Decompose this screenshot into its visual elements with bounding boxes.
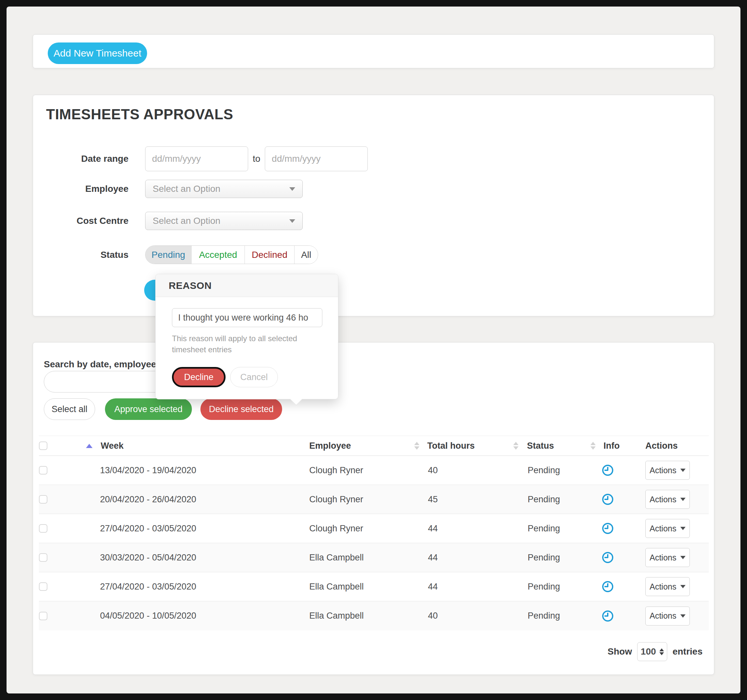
page-background: Add New Timesheet TIMESHEETS APPROVALS D… — [6, 6, 741, 694]
status-option-pending[interactable]: Pending — [145, 246, 191, 264]
chevron-down-icon — [680, 585, 685, 588]
status-option-accepted[interactable]: Accepted — [191, 246, 245, 264]
row-checkbox-cell — [39, 553, 67, 562]
column-header-total-hours[interactable]: Total hours — [395, 441, 495, 451]
row-checkbox[interactable] — [39, 495, 47, 504]
chevron-down-icon — [289, 187, 295, 191]
column-header-info[interactable]: Info — [570, 441, 613, 451]
select-all-checkbox[interactable] — [39, 442, 47, 450]
sort-ascending-icon — [86, 444, 92, 448]
info-cell — [570, 494, 613, 505]
cancel-button[interactable]: Cancel — [230, 367, 278, 387]
date-from-input[interactable] — [145, 146, 248, 171]
row-actions-button[interactable]: Actions — [645, 519, 690, 538]
popover-actions: Decline Cancel — [172, 367, 278, 387]
status-cell: Pending — [495, 553, 570, 563]
row-checkbox[interactable] — [39, 582, 47, 591]
filters-card: TIMESHEETS APPROVALS Date range to Emplo… — [33, 95, 714, 316]
clock-icon[interactable] — [602, 581, 613, 592]
page-title: TIMESHEETS APPROVALS — [46, 106, 233, 122]
page-size-value: 100 — [641, 646, 656, 657]
row-actions-button[interactable]: Actions — [645, 606, 690, 626]
status-cell: Pending — [495, 523, 570, 534]
table-header-row: Week Employee Total hours Status — [39, 436, 709, 456]
status-cell: Pending — [495, 582, 570, 592]
employee-select[interactable]: Select an Option — [145, 180, 303, 198]
row-actions-button[interactable]: Actions — [645, 461, 690, 480]
employee-cell: Ella Campbell — [278, 582, 395, 592]
popover-title: REASON — [156, 274, 338, 297]
row-checkbox[interactable] — [39, 466, 47, 475]
row-actions-label: Actions — [650, 466, 676, 475]
row-checkbox-cell — [39, 524, 67, 533]
info-cell — [570, 465, 613, 476]
employee-label: Employee — [33, 184, 129, 194]
row-actions-button[interactable]: Actions — [645, 577, 690, 596]
row-checkbox[interactable] — [39, 553, 47, 562]
cost-centre-select[interactable]: Select an Option — [145, 212, 303, 230]
row-checkbox-cell — [39, 495, 67, 504]
row-actions-button[interactable]: Actions — [645, 548, 690, 567]
page-size-select[interactable]: 100 — [637, 642, 667, 661]
week-cell: 27/04/2020 - 03/05/2020 — [67, 523, 278, 534]
row-actions-label: Actions — [650, 611, 676, 621]
clock-icon[interactable] — [602, 523, 613, 534]
clock-icon[interactable] — [602, 465, 613, 476]
actions-cell: Actions — [613, 519, 709, 538]
timesheets-table: Week Employee Total hours Status — [39, 436, 709, 631]
decline-reason-input[interactable] — [172, 308, 322, 327]
approve-selected-button[interactable]: Approve selected — [105, 398, 192, 420]
date-to-input[interactable] — [265, 146, 368, 171]
column-header-employee[interactable]: Employee — [278, 441, 395, 451]
total-hours-cell: 45 — [395, 495, 495, 505]
entries-label: entries — [673, 646, 703, 657]
table-row: 20/04/2020 - 26/04/2020 Clough Ryner 45 … — [39, 485, 709, 514]
table-row: 27/04/2020 - 03/05/2020 Ella Campbell 44… — [39, 572, 709, 601]
row-actions-label: Actions — [650, 582, 676, 591]
header-checkbox-cell — [39, 442, 67, 450]
total-hours-cell: 40 — [395, 611, 495, 621]
info-cell — [570, 611, 613, 622]
toolbar-card: Add New Timesheet — [33, 34, 714, 68]
table-row: 27/04/2020 - 03/05/2020 Clough Ryner 44 … — [39, 514, 709, 543]
spinner-arrows-icon — [659, 649, 664, 655]
row-actions-label: Actions — [650, 553, 676, 563]
decline-selected-button[interactable]: Decline selected — [200, 398, 282, 420]
clock-icon[interactable] — [602, 552, 613, 563]
chevron-down-icon — [680, 527, 685, 530]
column-header-status-label: Status — [527, 441, 554, 451]
select-all-button[interactable]: Select all — [44, 398, 95, 420]
status-label: Status — [33, 250, 129, 260]
status-option-declined[interactable]: Declined — [245, 246, 294, 264]
employee-cell: Clough Ryner — [278, 465, 395, 475]
row-checkbox[interactable] — [39, 524, 47, 533]
status-filter-row: Status Pending Accepted Declined All — [33, 246, 318, 264]
clock-icon[interactable] — [602, 611, 613, 622]
add-new-timesheet-button[interactable]: Add New Timesheet — [48, 42, 147, 64]
week-cell: 04/05/2020 - 10/05/2020 — [67, 611, 278, 621]
row-checkbox-cell — [39, 466, 67, 475]
actions-cell: Actions — [613, 606, 709, 626]
column-header-actions-label: Actions — [645, 441, 678, 451]
date-range-label: Date range — [33, 154, 129, 164]
status-option-all[interactable]: All — [294, 246, 318, 264]
total-hours-cell: 44 — [395, 553, 495, 563]
row-checkbox[interactable] — [39, 612, 47, 620]
row-actions-label: Actions — [650, 524, 676, 533]
date-range-separator: to — [253, 154, 260, 164]
table-row: 30/03/2020 - 05/04/2020 Ella Campbell 44… — [39, 543, 709, 572]
info-cell — [570, 552, 613, 563]
sort-icon — [590, 442, 596, 450]
clock-icon[interactable] — [602, 494, 613, 505]
row-actions-button[interactable]: Actions — [645, 490, 690, 509]
column-header-status[interactable]: Status — [495, 441, 570, 451]
date-range-row: Date range to — [33, 146, 368, 171]
column-header-week[interactable]: Week — [67, 441, 278, 451]
actions-cell: Actions — [613, 577, 709, 596]
employee-cell: Ella Campbell — [278, 611, 395, 621]
show-label: Show — [608, 646, 632, 657]
table-footer: Show 100 entries — [608, 641, 703, 662]
decline-button[interactable]: Decline — [172, 367, 225, 387]
total-hours-cell: 44 — [395, 523, 495, 534]
week-cell: 27/04/2020 - 03/05/2020 — [67, 582, 278, 592]
